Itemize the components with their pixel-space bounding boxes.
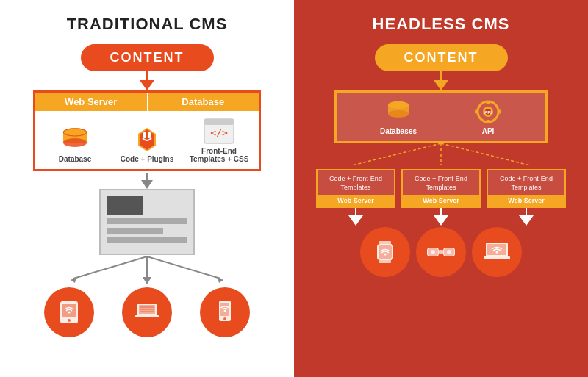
svg-rect-47: [379, 241, 391, 244]
spread-arrows-svg: [44, 256, 250, 286]
dashed-lines-svg: [312, 143, 570, 169]
traditional-icons-row: Database Code + Plugins <: [35, 111, 259, 169]
database-icon: [60, 126, 90, 152]
code-icon-box: </> Front-End Templates + CSS: [186, 118, 252, 163]
api-database-icon: [384, 100, 412, 124]
api-gear-icon-box: API API: [474, 100, 502, 135]
arrow-item-3: [487, 208, 566, 226]
svg-point-4: [63, 129, 87, 136]
svg-rect-7: [143, 132, 146, 138]
server-box-2: Code + Front-End Templates Web Server: [401, 169, 481, 208]
database-label: Database: [148, 93, 259, 111]
headless-devices-row: [312, 227, 570, 277]
api-database-label: Databases: [380, 127, 417, 135]
svg-rect-39: [475, 110, 478, 114]
svg-line-12: [74, 256, 147, 279]
svg-point-61: [496, 251, 498, 254]
mockup-line-2: [107, 228, 163, 234]
svg-rect-29: [220, 303, 229, 316]
svg-line-16: [147, 256, 220, 279]
svg-rect-62: [484, 256, 510, 259]
three-arrows: [312, 208, 570, 226]
svg-line-46: [441, 143, 530, 165]
code-label-text: Front-End Templates + CSS: [186, 147, 252, 163]
tablet-icon: [56, 299, 82, 326]
svg-point-34: [388, 110, 409, 118]
svg-rect-37: [487, 101, 490, 104]
glasses-icon: [426, 242, 456, 262]
laptop-icon-right: [482, 239, 512, 265]
arrow-w2: [434, 215, 448, 226]
traditional-content-pill: CONTENT: [81, 44, 214, 71]
spread-arrows-container: [44, 256, 250, 286]
watch-device: [360, 227, 410, 277]
code-icon: </>: [204, 118, 234, 144]
arrow-line-h1: [440, 71, 442, 80]
svg-rect-54: [439, 250, 443, 254]
traditional-title: TRADITIONAL CMS: [67, 15, 228, 34]
traditional-devices-row: [44, 287, 250, 337]
arrow-item-2: [401, 208, 481, 226]
mockup-bar: [107, 196, 143, 215]
api-icon: API: [474, 100, 502, 124]
arrow-gray-1: [141, 180, 153, 189]
glasses-device: [416, 227, 466, 277]
three-servers-row: Code + Front-End Templates Web Server Co…: [312, 169, 570, 208]
arrow-w3: [519, 215, 534, 226]
api-icons-row: Databases API API: [337, 93, 545, 141]
svg-rect-24: [135, 315, 159, 317]
database-icon-box: Database: [42, 126, 108, 163]
server-header-row: Web Server Database: [35, 93, 259, 111]
plugins-icon: [134, 126, 160, 152]
svg-marker-15: [143, 277, 151, 284]
laptop-device: [122, 287, 172, 337]
server-1-content: Code + Front-End Templates: [318, 170, 394, 195]
api-database-icon-box: Databases: [380, 100, 417, 135]
arrow-to-website: [141, 173, 153, 189]
svg-rect-50: [379, 245, 392, 259]
arrow-1: [140, 80, 154, 90]
database-label-text: Database: [59, 155, 91, 163]
svg-point-2: [63, 138, 87, 147]
laptop-icon: [132, 299, 162, 326]
svg-point-58: [447, 250, 451, 254]
traditional-cms-panel: TRADITIONAL CMS CONTENT Web Server Datab…: [0, 0, 294, 377]
phone-device: [200, 287, 250, 337]
svg-rect-10: [204, 119, 234, 125]
svg-point-30: [223, 317, 226, 320]
server-3-content: Code + Front-End Templates: [488, 170, 564, 195]
tablet-device: [44, 287, 94, 337]
svg-rect-40: [498, 110, 501, 114]
svg-text:API: API: [484, 110, 492, 115]
svg-point-20: [68, 319, 71, 322]
svg-point-57: [431, 250, 435, 254]
svg-rect-48: [379, 260, 391, 263]
arrow-item-1: [316, 208, 395, 226]
mockup-line-3: [107, 237, 187, 243]
website-mockup: [99, 189, 195, 255]
svg-rect-8: [148, 132, 151, 138]
laptop-device-right: [472, 227, 522, 277]
headless-title: HEADLESS CMS: [373, 15, 510, 34]
arrow-line-1: [146, 71, 148, 80]
svg-point-51: [384, 254, 387, 256]
server-1-label: Web Server: [318, 195, 394, 207]
headless-content-pill: CONTENT: [375, 44, 508, 71]
watch-icon: [372, 238, 398, 266]
headless-cms-panel: HEADLESS CMS CONTENT Databases: [294, 0, 588, 377]
api-label: API: [482, 127, 495, 135]
web-server-label: Web Server: [35, 93, 148, 111]
dashed-lines: [312, 143, 570, 169]
svg-rect-38: [487, 120, 490, 123]
traditional-server-box: Web Server Database Database: [33, 90, 261, 171]
svg-line-44: [352, 143, 441, 165]
server-box-3: Code + Front-End Templates Web Server: [487, 169, 566, 208]
server-3-label: Web Server: [488, 195, 564, 207]
svg-text:</>: </>: [210, 127, 228, 138]
api-box: Databases API API: [334, 90, 548, 143]
server-2-content: Code + Front-End Templates: [403, 170, 479, 195]
svg-point-21: [68, 312, 71, 314]
svg-point-31: [224, 310, 226, 312]
plugins-label-text: Code + Plugins: [121, 155, 174, 163]
arrow-w1: [348, 215, 363, 226]
